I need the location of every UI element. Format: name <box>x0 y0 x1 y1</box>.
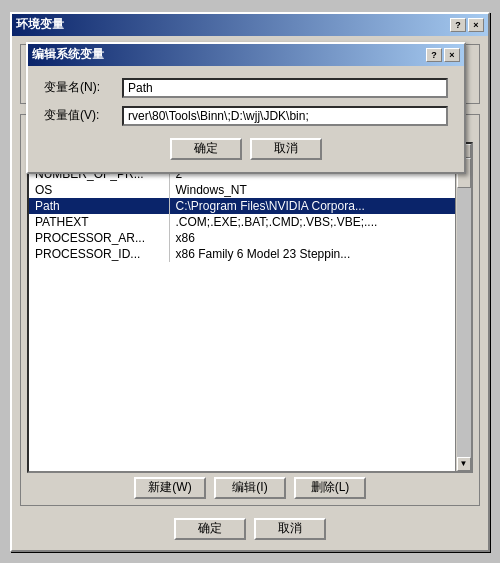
outer-close-button[interactable]: × <box>468 18 484 32</box>
inner-title-buttons: ? × <box>426 48 460 62</box>
outer-cancel-button[interactable]: 取消 <box>254 518 326 540</box>
inner-title-bar: 编辑系统变量 ? × <box>28 44 464 66</box>
var-cell: OS <box>29 182 169 198</box>
var-value-input[interactable] <box>122 106 448 126</box>
table-row[interactable]: PROCESSOR_ID...x86 Family 6 Model 23 Ste… <box>29 246 471 262</box>
var-cell: PROCESSOR_AR... <box>29 230 169 246</box>
inner-title-text: 编辑系统变量 <box>32 46 104 63</box>
inner-cancel-button[interactable]: 取消 <box>250 138 322 160</box>
table-row[interactable]: PathC:\Program Files\NVIDIA Corpora... <box>29 198 471 214</box>
var-value-label: 变量值(V): <box>44 107 114 124</box>
inner-help-button[interactable]: ? <box>426 48 442 62</box>
table-row[interactable]: PROCESSOR_AR...x86 <box>29 230 471 246</box>
inner-dialog: 编辑系统变量 ? × 变量名(N): 变量值(V): 确定 取消 <box>26 42 466 174</box>
outer-title-text: 环境变量 <box>16 16 64 33</box>
edit-button[interactable]: 编辑(I) <box>214 477 286 499</box>
var-name-label: 变量名(N): <box>44 79 114 96</box>
delete-button[interactable]: 删除(L) <box>294 477 366 499</box>
outer-help-button[interactable]: ? <box>450 18 466 32</box>
scrollbar-track[interactable] <box>457 158 471 457</box>
outer-title-buttons: ? × <box>450 18 484 32</box>
table-row[interactable]: OSWindows_NT <box>29 182 471 198</box>
var-name-input[interactable] <box>122 78 448 98</box>
var-value-row: 变量值(V): <box>44 106 448 126</box>
inner-ok-button[interactable]: 确定 <box>170 138 242 160</box>
var-table-container: 变量 值 NUMBER_OF_PR...2OSWindows_NTPathC:\… <box>27 142 473 473</box>
var-name-row: 变量名(N): <box>44 78 448 98</box>
val-cell: C:\Program Files\NVIDIA Corpora... <box>169 198 471 214</box>
new-button[interactable]: 新建(W) <box>134 477 206 499</box>
val-cell: x86 <box>169 230 471 246</box>
var-cell: PROCESSOR_ID... <box>29 246 169 262</box>
outer-bottom-buttons: 确定 取消 <box>20 512 480 542</box>
inner-content: 变量名(N): 变量值(V): 确定 取消 <box>28 66 464 172</box>
val-cell: x86 Family 6 Model 23 Steppin... <box>169 246 471 262</box>
table-row[interactable]: PATHEXT.COM;.EXE;.BAT;.CMD;.VBS;.VBE;...… <box>29 214 471 230</box>
inner-bottom-buttons: 确定 取消 <box>44 138 448 160</box>
var-cell: PATHEXT <box>29 214 169 230</box>
sys-vars-buttons: 新建(W) 编辑(I) 删除(L) <box>27 477 473 499</box>
scrollbar[interactable]: ▲ ▼ <box>455 144 471 471</box>
outer-title-bar: 环境变量 ? × <box>12 14 488 36</box>
scrollbar-down-button[interactable]: ▼ <box>457 457 471 471</box>
val-cell: .COM;.EXE;.BAT;.CMD;.VBS;.VBE;.... <box>169 214 471 230</box>
var-cell: Path <box>29 198 169 214</box>
inner-close-button[interactable]: × <box>444 48 460 62</box>
outer-ok-button[interactable]: 确定 <box>174 518 246 540</box>
val-cell: Windows_NT <box>169 182 471 198</box>
outer-window: 环境变量 ? × ← 用户变量(U) 系统变量(S) 变量 值 <box>10 12 490 552</box>
